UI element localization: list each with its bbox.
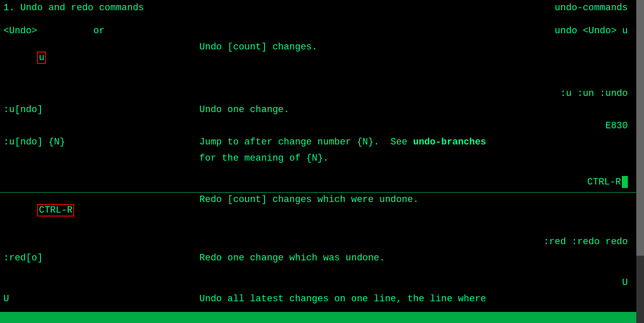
redo-aliases-anchor: :red :redo redo (513, 236, 641, 247)
ctrl-r-key-line: CTRL-R Redo [count] changes which were u… (0, 193, 644, 227)
u-key-line: u Undo [count] changes. (0, 41, 644, 75)
U-anchor-line: U (0, 277, 644, 293)
section-divider (0, 192, 644, 193)
u-key-left: u (3, 42, 199, 74)
ctrl-r-anchor-text: CTRL-R (587, 177, 621, 187)
scrollbar-track[interactable] (636, 0, 644, 323)
blank-line-3 (0, 168, 644, 175)
undo-ndo-N-middle: Jump to after change number {N}. See und… (199, 137, 513, 147)
undo-key-anchor: undo <Undo> u (513, 26, 641, 36)
heading-anchor: undo-commands (513, 3, 641, 13)
blank-line-5 (0, 268, 644, 277)
e830-line: E830 (0, 120, 644, 136)
blank-line-2 (0, 75, 644, 87)
undo-branches-link: undo-branches (413, 137, 486, 147)
e830-anchor: E830 (513, 121, 641, 131)
u-key-redbox: u (37, 52, 46, 64)
heading-number-text: 1. Undo and redo commands (3, 3, 199, 13)
redo-aliases-line: :red :redo redo (0, 236, 644, 252)
undo-ndo-left: :u[ndo] (3, 104, 199, 115)
scrollbar-thumb[interactable] (636, 0, 644, 256)
ctrl-r-key-left: CTRL-R (3, 194, 199, 226)
cursor-block (622, 176, 628, 188)
ctrl-r-anchor-line: CTRL-R (0, 175, 644, 191)
undo-ndo-N-line: :u[ndo] {N} Jump to after change number … (0, 136, 644, 152)
redo-ndo-line: :red[o] Redo one change which was undone… (0, 252, 644, 268)
undo-aliases-line: :u :un :undo (0, 87, 644, 104)
U-anchor-right: U (513, 277, 641, 288)
U-key-line: U Undo all latest changes on one line, t… (0, 293, 644, 309)
undo-ndo-N-cont-line: for the meaning of {N}. (0, 152, 644, 168)
U-key-middle: Undo all latest changes on one line, the… (199, 294, 513, 304)
redo-ndo-left: :red[o] (3, 253, 199, 263)
heading-line: 1. Undo and redo commands undo-commands (0, 2, 644, 18)
undo-ndo-N-left: :u[ndo] {N} (3, 137, 199, 147)
blank-line-4 (0, 227, 644, 236)
u-key-middle: Undo [count] changes. (199, 42, 513, 52)
U-key-left: U (3, 294, 199, 304)
ctrl-r-key-middle: Redo [count] changes which were undone. (199, 194, 513, 205)
bottom-status-bar (0, 312, 644, 323)
ctrl-r-redbox: CTRL-R (37, 204, 74, 216)
undo-key-left: <Undo> or (3, 26, 199, 36)
redo-ndo-middle: Redo one change which was undone. (199, 253, 513, 263)
undo-ndo-line: :u[ndo] Undo one change. (0, 104, 644, 120)
blank-line-1 (0, 18, 644, 25)
undo-key-line: <Undo> or undo <Undo> u (0, 25, 644, 41)
vim-help-content: 1. Undo and redo commands undo-commands … (0, 0, 644, 323)
undo-ndo-N-cont-middle: for the meaning of {N}. (199, 153, 513, 164)
ctrl-r-anchor-right: CTRL-R (513, 176, 641, 188)
undo-aliases-anchor: :u :un :undo (513, 88, 641, 99)
undo-ndo-middle: Undo one change. (199, 104, 513, 115)
